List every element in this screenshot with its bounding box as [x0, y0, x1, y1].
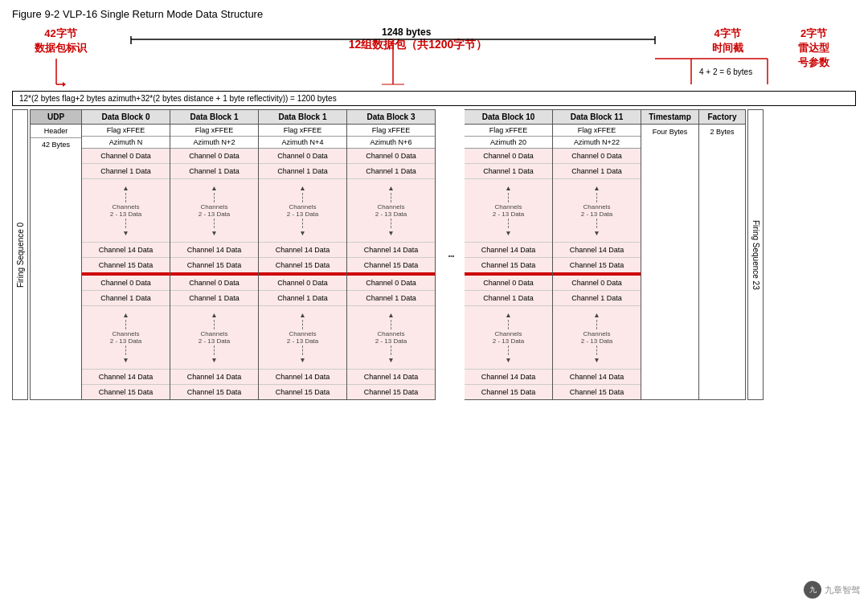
data-block-0: Data Block 0 Flag xFFEE Azimuth N Channe… [82, 109, 170, 400]
db10-s23-ch15: Channel 15 Data [465, 385, 552, 399]
db1-s23-ch1: Channel 1 Data [170, 291, 258, 306]
data-block-3: Data Block 3 Flag xFFEE Azimuth N+6 Chan… [347, 109, 436, 400]
ann-2bytes-label: 2字节 [788, 27, 840, 41]
ann-42bytes: 42字节 数据包标识 [35, 27, 87, 55]
ann-42bytes-sublabel: 数据包标识 [35, 41, 87, 55]
db1-s23-ch14: Channel 14 Data [170, 370, 258, 385]
ann-time-label: 时间截 [703, 41, 751, 55]
db2-s23-ch0: Channel 0 Data [259, 274, 346, 291]
ann-4bytes-label: 4字节 [703, 27, 751, 41]
db1-s23-ch15: Channel 15 Data [170, 385, 258, 399]
header-bytes-text: 42 Bytes [42, 141, 70, 149]
header-subtitle: Header [31, 125, 81, 138]
figure-title-normal: VLP-16 Single Return Mode Data Structure [63, 8, 263, 20]
db0-header: Data Block 0 [82, 110, 170, 125]
factory-bytes: 2 Bytes [699, 125, 745, 139]
db10-ch15: Channel 15 Data [465, 258, 552, 274]
factory-bytes-text: 2 Bytes [710, 128, 734, 136]
data-block-2: Data Block 1 Flag xFFEE Azimuth N+4 Chan… [259, 109, 347, 400]
db2-s23-ch-mid: ▲ Channels2 - 13 Data ▼ [259, 306, 346, 370]
db11-ch-mid: ▲ Channels2 - 13 Data ▼ [553, 179, 641, 243]
header-bytes: 42 Bytes [31, 138, 81, 399]
description-text: 12*(2 bytes flag+2 bytes azimuth+32*(2 b… [19, 94, 337, 103]
ann-12groups: 12组数据包（共1200字节） [277, 38, 559, 52]
db0-s23-ch0: Channel 0 Data [82, 274, 170, 291]
db2-azimuth: Azimuth N+4 [259, 137, 346, 149]
db10-s23-ch1: Channel 1 Data [465, 291, 552, 306]
db2-ch0: Channel 0 Data [259, 149, 346, 164]
db3-ch15: Channel 15 Data [347, 258, 435, 274]
db0-azimuth: Azimuth N [82, 137, 170, 149]
db2-ch-mid: ▲ Channels2 - 13 Data ▼ [259, 179, 346, 243]
db1-ch0: Channel 0 Data [170, 149, 258, 164]
db2-s23-ch1: Channel 1 Data [259, 291, 346, 306]
db2-flag: Flag xFFEE [259, 125, 346, 137]
ts-header-text: Timestamp [649, 112, 691, 121]
db10-s23-ch14: Channel 14 Data [465, 370, 552, 385]
db3-ch14: Channel 14 Data [347, 243, 435, 258]
ts-bytes-text: Four Bytes [653, 128, 688, 136]
ann-42bytes-label: 42字节 [35, 27, 87, 41]
db3-s23-ch0: Channel 0 Data [347, 274, 435, 291]
db10-azimuth: Azimuth 20 [465, 137, 552, 149]
firing-seq-23-text: Firing Sequence 23 [751, 220, 760, 290]
db10-flag: Flag xFFEE [465, 125, 552, 137]
figure-title-bold: Figure 9-2 [12, 8, 59, 20]
firing-seq-0-label: Firing Sequence 0 [12, 109, 28, 400]
db3-s23-ch1: Channel 1 Data [347, 291, 435, 306]
db11-ch14: Channel 14 Data [553, 243, 641, 258]
svg-text:4 + 2 = 6 bytes: 4 + 2 = 6 bytes [699, 67, 752, 76]
db3-flag: Flag xFFEE [347, 125, 435, 137]
ann-4bytes: 4字节 时间截 [703, 27, 751, 55]
db1-s23-ch0: Channel 0 Data [170, 274, 258, 291]
main-diagram: Firing Sequence 0 UDP Header 42 Bytes Da… [12, 109, 856, 400]
description-row: 12*(2 bytes flag+2 bytes azimuth+32*(2 b… [12, 91, 856, 106]
db0-s23-ch1: Channel 1 Data [82, 291, 170, 306]
db0-ch1: Channel 1 Data [82, 164, 170, 179]
db11-flag: Flag xFFEE [553, 125, 641, 137]
db1-ch14: Channel 14 Data [170, 243, 258, 258]
figure-title: Figure 9-2 VLP-16 Single Return Mode Dat… [12, 8, 856, 20]
db11-ch15: Channel 15 Data [553, 258, 641, 274]
ts-bytes: Four Bytes [641, 125, 698, 139]
db3-ch-mid: ▲ Channels2 - 13 Data ▼ [347, 179, 435, 243]
db0-ch15: Channel 15 Data [82, 258, 170, 274]
data-block-11: Data Block 11 Flag xFFEE Azimuth N+22 Ch… [553, 109, 641, 400]
db2-s23-ch14: Channel 14 Data [259, 370, 346, 385]
top-annotations: 42字节 数据包标识 1248 bytes 12组数据包（共1200字节） 4字… [12, 27, 856, 91]
db2-ch15: Channel 15 Data [259, 258, 346, 274]
firing-seq-0-text: Firing Sequence 0 [16, 222, 25, 287]
ann-radar-label: 雷达型 号参数 [788, 41, 840, 70]
db1-flag: Flag xFFEE [170, 125, 258, 137]
header-udp: UDP [31, 110, 81, 125]
db11-s23-ch1: Channel 1 Data [553, 291, 641, 306]
db3-ch1: Channel 1 Data [347, 164, 435, 179]
db0-s23-ch15: Channel 15 Data [82, 385, 170, 399]
header-block: UDP Header 42 Bytes [30, 109, 82, 400]
watermark-icon: 九 [804, 581, 821, 599]
factory-block: Factory 2 Bytes [699, 109, 746, 400]
db11-ch0: Channel 0 Data [553, 149, 641, 164]
db0-s23-ch14: Channel 14 Data [82, 370, 170, 385]
ann-1248bytes: 1248 bytes [382, 27, 431, 38]
db0-ch-mid: ▲ Channels2 - 13 Data ▼ [82, 179, 170, 243]
db10-header: Data Block 10 [465, 110, 552, 125]
ts-header: Timestamp [641, 110, 698, 125]
db0-ch14: Channel 14 Data [82, 243, 170, 258]
db2-header: Data Block 1 [259, 110, 346, 125]
db10-s23-ch0: Channel 0 Data [465, 274, 552, 291]
db0-ch0: Channel 0 Data [82, 149, 170, 164]
watermark: 九 九章智驾 [804, 581, 860, 599]
ann-1248bytes-label: 1248 bytes [382, 27, 431, 38]
db11-s23-ch-mid: ▲ Channels2 - 13 Data ▼ [553, 306, 641, 370]
header-subtitle-text: Header [44, 127, 68, 135]
db3-ch0: Channel 0 Data [347, 149, 435, 164]
db1-ch15: Channel 15 Data [170, 258, 258, 274]
db10-ch-mid: ▲ Channels2 - 13 Data ▼ [465, 179, 552, 243]
db1-s23-ch-mid: ▲ Channels2 - 13 Data ▼ [170, 306, 258, 370]
db3-s23-ch14: Channel 14 Data [347, 370, 435, 385]
data-block-10: Data Block 10 Flag xFFEE Azimuth 20 Chan… [465, 109, 553, 400]
db2-ch14: Channel 14 Data [259, 243, 346, 258]
db11-azimuth: Azimuth N+22 [553, 137, 641, 149]
db3-azimuth: Azimuth N+6 [347, 137, 435, 149]
